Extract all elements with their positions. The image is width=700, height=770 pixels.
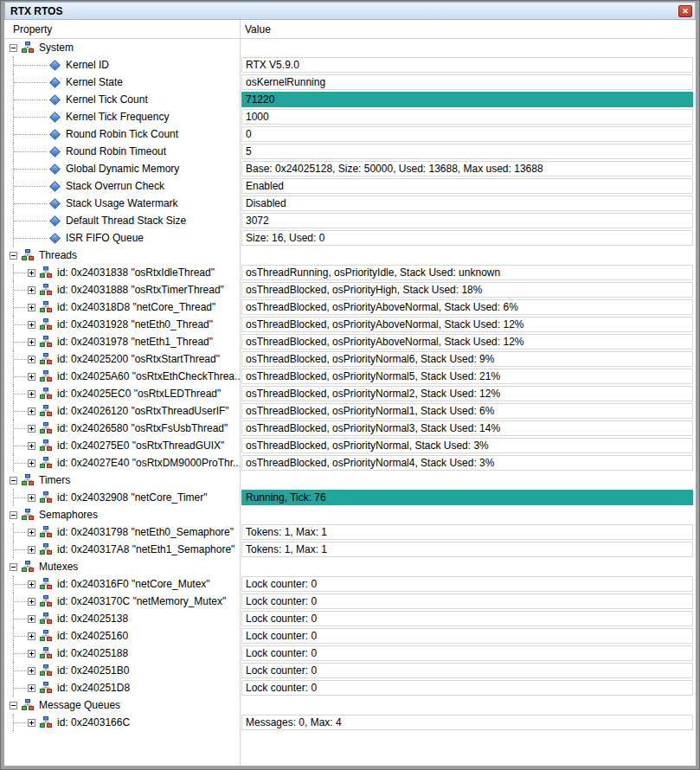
expand-plus-icon[interactable]	[28, 338, 35, 346]
value-text: 1000	[246, 111, 269, 123]
expand-plus-icon[interactable]	[28, 719, 35, 727]
tree-row[interactable]: ISR FIFO Queue Size: 16, Used: 0	[4, 229, 696, 247]
tree-row[interactable]: Threads	[4, 247, 696, 264]
value-cell: osThreadBlocked, osPriorityNormal3, Stac…	[241, 420, 693, 436]
tree-row[interactable]: id: 0x240318D8 "netCore_Thread" osThread…	[4, 298, 696, 316]
expand-plus-icon[interactable]	[28, 304, 35, 311]
tree-row[interactable]: id: 0x240251B0 Lock counter: 0	[4, 662, 696, 679]
tree-row[interactable]: Round Robin Timeout 5	[4, 143, 696, 160]
value-cell-wrap	[240, 696, 696, 714]
tree-row[interactable]: Default Thread Stack Size 3072	[4, 212, 696, 229]
tree-row[interactable]: id: 0x24027E40 "osRtxDM9000ProThr..." os…	[4, 454, 696, 472]
expand-minus-icon[interactable]	[10, 252, 17, 260]
tree-row[interactable]: id: 0x240317A8 "netEth1_Semaphore" Token…	[4, 541, 696, 558]
tree-row[interactable]: Kernel ID RTX V5.9.0	[4, 56, 696, 74]
value-text: Lock counter: 0	[246, 578, 317, 590]
close-button[interactable]: ✕	[678, 5, 692, 17]
property-cell: Round Robin Timeout	[4, 143, 240, 160]
value-cell-wrap: Tokens: 1, Max: 1	[240, 541, 696, 558]
tree-row[interactable]: id: 0x240275E0 "osRtxThreadGUIX" osThrea…	[4, 437, 696, 454]
property-diamond-icon	[48, 215, 61, 227]
value-text: Tokens: 1, Max: 1	[246, 543, 327, 555]
value-text: RTX V5.9.0	[246, 59, 299, 71]
expand-plus-icon[interactable]	[28, 615, 35, 623]
expand-plus-icon[interactable]	[28, 650, 35, 658]
value-text: Enabled	[246, 180, 284, 192]
column-header-property[interactable]: Property	[4, 23, 240, 35]
property-label: Kernel Tick Count	[66, 93, 148, 106]
tree-row[interactable]: id: 0x24032908 "netCore_Timer" Running, …	[4, 489, 696, 506]
expand-minus-icon[interactable]	[10, 511, 17, 519]
expand-plus-icon[interactable]	[28, 459, 35, 467]
property-cell: id: 0x240317A8 "netEth1_Semaphore"	[4, 541, 240, 558]
column-header-value[interactable]: Value	[240, 23, 696, 35]
tree-row[interactable]: id: 0x240251D8 Lock counter: 0	[4, 679, 696, 696]
tree-row[interactable]: Kernel Tick Frequency 1000	[4, 108, 696, 125]
tree-row[interactable]: id: 0x24025160 Lock counter: 0	[4, 627, 696, 645]
module-icon	[22, 509, 34, 521]
tree-row[interactable]: Semaphores	[4, 506, 696, 523]
column-resize-divider[interactable]	[240, 20, 241, 766]
expand-plus-icon[interactable]	[28, 390, 35, 398]
tree-row[interactable]: id: 0x240316F0 "netCore_Mutex" Lock coun…	[4, 575, 696, 593]
tree-row[interactable]: Mutexes	[4, 558, 696, 575]
expand-plus-icon[interactable]	[28, 286, 35, 294]
expand-plus-icon[interactable]	[28, 632, 35, 640]
tree-row[interactable]: id: 0x2403170C "netMemory_Mutex" Lock co…	[4, 593, 696, 610]
tree-row[interactable]: Global Dynamic Memory Base: 0x24025128, …	[4, 160, 696, 177]
value-cell-wrap: osThreadBlocked, osPriorityNormal2, Stac…	[240, 385, 696, 402]
module-icon	[22, 699, 34, 711]
value-text: osThreadBlocked, osPriorityNormal2, Stac…	[246, 388, 500, 400]
tree-row[interactable]: id: 0x24031978 "netEth1_Thread" osThread…	[4, 333, 696, 350]
property-label: id: 0x2403166C	[57, 716, 130, 728]
property-cell: id: 0x24031838 "osRtxIdleThread"	[4, 264, 240, 281]
value-cell-wrap: Tokens: 1, Max: 1	[240, 523, 696, 541]
tree-row[interactable]: Stack Overrun Check Enabled	[4, 177, 696, 195]
expand-plus-icon[interactable]	[28, 667, 35, 675]
tree-row[interactable]: id: 0x24031928 "netEth0_Thread" osThread…	[4, 316, 696, 333]
expand-minus-icon[interactable]	[10, 563, 17, 571]
value-text: Lock counter: 0	[246, 647, 317, 659]
tree-row[interactable]: id: 0x24025138 Lock counter: 0	[4, 610, 696, 627]
expand-plus-icon[interactable]	[28, 494, 35, 502]
tree-row[interactable]: id: 0x24025188 Lock counter: 0	[4, 645, 696, 662]
tree-row[interactable]: Message Queues	[4, 696, 696, 714]
tree-row[interactable]: Round Robin Tick Count 0	[4, 125, 696, 143]
tree-connector	[14, 134, 47, 135]
tree-row[interactable]: Kernel State osKernelRunning	[4, 74, 696, 91]
expand-plus-icon[interactable]	[28, 581, 35, 588]
expand-plus-icon[interactable]	[28, 407, 35, 415]
expand-minus-icon[interactable]	[10, 702, 17, 709]
expand-minus-icon[interactable]	[10, 44, 17, 52]
expand-plus-icon[interactable]	[28, 356, 35, 363]
property-label: Threads	[39, 249, 77, 261]
tree-row[interactable]: id: 0x24031888 "osRtxTimerThread" osThre…	[4, 281, 696, 298]
tree-row[interactable]: id: 0x24025200 "osRtxStartThread" osThre…	[4, 350, 696, 368]
tree-row[interactable]: id: 0x24025A60 "osRtxEthCheckThrea..." o…	[4, 368, 696, 385]
expand-plus-icon[interactable]	[28, 373, 35, 381]
expand-plus-icon[interactable]	[28, 425, 35, 433]
expand-plus-icon[interactable]	[28, 529, 35, 536]
expand-plus-icon[interactable]	[28, 598, 35, 606]
tree-row[interactable]: id: 0x24031798 "netEth0_Semaphore" Token…	[4, 523, 696, 541]
property-cell: id: 0x24025138	[4, 610, 240, 627]
expand-plus-icon[interactable]	[28, 269, 35, 277]
tree-row[interactable]: id: 0x24031838 "osRtxIdleThread" osThrea…	[4, 264, 696, 281]
tree-row[interactable]: Kernel Tick Count 71220	[4, 91, 696, 108]
expand-plus-icon[interactable]	[28, 684, 35, 692]
value-cell: 5	[241, 144, 693, 159]
tree-row[interactable]: id: 0x24026120 "osRtxThreadUserIF" osThr…	[4, 402, 696, 420]
tree-row[interactable]: Stack Usage Watermark Disabled	[4, 195, 696, 212]
window-titlebar[interactable]: RTX RTOS ✕	[4, 2, 696, 20]
expand-plus-icon[interactable]	[28, 546, 35, 554]
expand-minus-icon[interactable]	[10, 477, 17, 484]
expand-plus-icon[interactable]	[28, 321, 35, 329]
tree-row[interactable]: id: 0x2403166C Messages: 0, Max: 4	[4, 714, 696, 731]
tree-row[interactable]: id: 0x24026580 "osRtxFsUsbThread" osThre…	[4, 420, 696, 437]
tree-row[interactable]: id: 0x24025EC0 "osRtxLEDThread" osThread…	[4, 385, 696, 402]
property-label: Semaphores	[39, 509, 98, 521]
tree-row[interactable]: Timers	[4, 472, 696, 489]
property-label: Kernel Tick Frequency	[66, 111, 169, 123]
expand-plus-icon[interactable]	[28, 442, 35, 450]
tree-row[interactable]: System	[4, 39, 696, 56]
